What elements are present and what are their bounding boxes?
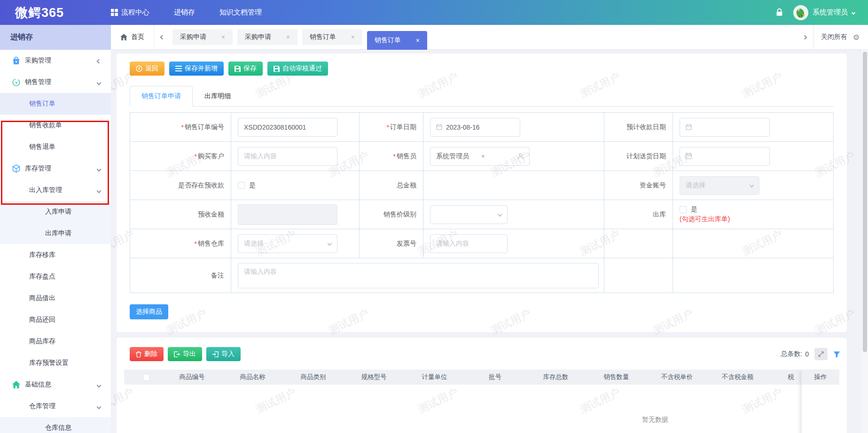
outbound-checkbox[interactable] <box>680 206 687 213</box>
column-header[interactable]: 计量单位 <box>404 373 465 381</box>
select-all-checkbox[interactable] <box>143 374 150 381</box>
filter-icon[interactable] <box>833 351 840 358</box>
select-product-button[interactable]: 选择商品 <box>130 304 168 319</box>
avatar <box>793 5 808 20</box>
column-header[interactable]: 批号 <box>465 373 525 381</box>
tab-purchase-request-2[interactable]: 采购申请 × <box>237 29 297 45</box>
tab-sales-order-request[interactable]: 销售订单申请 <box>130 86 193 107</box>
user-menu[interactable]: 系统管理员 <box>793 5 855 20</box>
gear-icon[interactable]: ⚙ <box>853 33 860 42</box>
chevron-down-icon <box>97 383 102 388</box>
price-level-select[interactable] <box>430 205 508 224</box>
import-button[interactable]: 导入 <box>206 347 241 361</box>
sidebar-item-outbound-request[interactable]: 出库申请 <box>0 223 111 244</box>
order-no-input[interactable]: XSDD202308160001 <box>238 118 337 137</box>
tab-scroll-left[interactable] <box>154 36 170 39</box>
nav-item-inventory[interactable]: 进销存 <box>174 8 195 17</box>
close-all-button[interactable]: 关闭所有 ⚙ <box>813 25 868 50</box>
sidebar-item-inout-mgmt[interactable]: 出入库管理 <box>0 179 111 201</box>
lock-icon[interactable] <box>776 8 783 16</box>
sidebar-item-warehouse-mgmt[interactable]: 仓库管理 <box>0 395 111 417</box>
outbound-note: (勾选可生出库单) <box>680 215 730 224</box>
nav-item-process-center[interactable]: 流程中心 <box>111 8 149 17</box>
sidebar-item-goods-return[interactable]: 商品还回 <box>0 309 111 331</box>
warehouse-select[interactable]: 请选择 <box>238 234 337 253</box>
save-floppy-icon <box>274 66 280 72</box>
remark-textarea[interactable]: 请输入内容 <box>238 263 599 288</box>
salesman-tag: 系统管理员 <box>436 152 469 161</box>
salesman-input[interactable]: 系统管理员 × <box>430 147 530 166</box>
prepay-exist-cell: 是 <box>231 171 360 200</box>
sidebar-item-base-info[interactable]: 基础信息 <box>0 374 111 395</box>
column-header[interactable]: 商品名称 <box>222 373 283 381</box>
order-date-cell: 2023-08-16 <box>423 113 604 142</box>
order-date-picker[interactable]: 2023-08-16 <box>430 118 520 137</box>
column-header[interactable]: 商品类别 <box>283 373 344 381</box>
label-text: 出库 <box>653 210 666 219</box>
close-icon[interactable]: × <box>286 33 290 41</box>
auto-approve-button[interactable]: 自动审核通过 <box>267 62 328 76</box>
sidebar-item-sales-receipt[interactable]: 销售收款单 <box>0 115 111 136</box>
sidebar-item-stock-move[interactable]: 库存移库 <box>0 244 111 266</box>
sidebar-item-warehouse-info[interactable]: 仓库信息 <box>0 417 111 433</box>
sidebar-item-purchase-mgmt[interactable]: ¥ 采购管理 <box>0 50 111 71</box>
sidebar-item-label: 销售收款单 <box>29 121 62 130</box>
tab-sales-order-1[interactable]: 销售订单 × <box>302 29 362 45</box>
placeholder-text: 请选择 <box>686 181 705 190</box>
expected-receipt-date-picker[interactable] <box>680 118 770 137</box>
sidebar-item-goods-lend[interactable]: 商品借出 <box>0 287 111 309</box>
action-column-header: 操作 <box>802 370 839 385</box>
column-header[interactable]: 库存总数 <box>525 373 586 381</box>
checkbox-label: 是 <box>249 181 256 190</box>
vertical-scrollbar[interactable] <box>862 50 868 433</box>
price-level-label: 销售价级别 <box>360 200 423 229</box>
sidebar-item-inventory-mgmt[interactable]: 库存管理 <box>0 158 111 179</box>
product-detail-card: 删除 导出 导入 总条数: 0 商品编号 商品名称 商品类别 规格型号 <box>117 338 847 433</box>
tab-home[interactable]: 首页 <box>111 25 154 50</box>
delivery-date-picker[interactable] <box>680 147 770 166</box>
column-header[interactable]: 不含税金额 <box>707 373 768 381</box>
tab-sales-order-active[interactable]: 销售订单 × <box>367 31 427 50</box>
close-icon[interactable]: × <box>221 33 225 41</box>
column-header[interactable]: 商品编号 <box>162 373 222 381</box>
column-header[interactable]: 规格型号 <box>344 373 404 381</box>
warehouse-label: *销售仓库 <box>130 229 231 258</box>
remove-tag-icon[interactable]: × <box>481 153 485 160</box>
nav-item-knowledge-docs[interactable]: 知识文档管理 <box>219 8 262 17</box>
sidebar-item-inbound-request[interactable]: 入库申请 <box>0 201 111 223</box>
placeholder-text: 请输入内容 <box>436 240 469 248</box>
chevron-down-icon <box>328 241 332 246</box>
export-button[interactable]: 导出 <box>168 347 202 361</box>
sidebar-item-stock-alert-settings[interactable]: 库存预警设置 <box>0 352 111 374</box>
label-text: 计划送货日期 <box>626 152 666 161</box>
delete-button[interactable]: 删除 <box>130 347 164 361</box>
save-and-new-button[interactable]: 保存并新增 <box>169 62 224 76</box>
delivery-date-label: 计划送货日期 <box>604 142 673 171</box>
scrollbar-thumb[interactable] <box>863 52 867 352</box>
empty-field-cell <box>673 229 834 258</box>
column-header[interactable]: 销售数量 <box>586 373 647 381</box>
invoice-input[interactable]: 请输入内容 <box>430 234 508 253</box>
column-header[interactable]: 不含税单价 <box>647 373 707 381</box>
navbar-right: 系统管理员 <box>776 5 868 20</box>
tab-scroll-right[interactable] <box>797 36 813 39</box>
fullscreen-button[interactable] <box>814 348 828 360</box>
sidebar-item-sales-mgmt[interactable]: ¥ 销售管理 <box>0 71 111 93</box>
customer-input[interactable]: 请输入内容 <box>238 147 337 166</box>
prepay-amount-cell <box>231 200 360 229</box>
label-text: 销售订单编号 <box>185 123 224 131</box>
sidebar-item-goods-stock[interactable]: 商品库存 <box>0 331 111 352</box>
tab-outbound-detail[interactable]: 出库明细 <box>193 86 242 107</box>
save-button[interactable]: 保存 <box>228 62 263 76</box>
placeholder-text: 请输入内容 <box>244 152 277 161</box>
outbound-label: 出库 <box>604 200 673 229</box>
sidebar-item-sales-order[interactable]: 销售订单 <box>0 93 111 115</box>
prepay-exist-checkbox[interactable] <box>238 182 245 189</box>
sidebar-item-stock-check[interactable]: 库存盘点 <box>0 266 111 287</box>
tab-purchase-request-1[interactable]: 采购申请 × <box>172 29 233 45</box>
close-icon[interactable]: × <box>351 33 355 41</box>
back-button[interactable]: 返回 <box>130 62 164 76</box>
fund-account-select[interactable]: 请选择 <box>680 176 759 195</box>
close-icon[interactable]: × <box>416 37 420 44</box>
sidebar-item-sales-return[interactable]: 销售退单 <box>0 136 111 158</box>
